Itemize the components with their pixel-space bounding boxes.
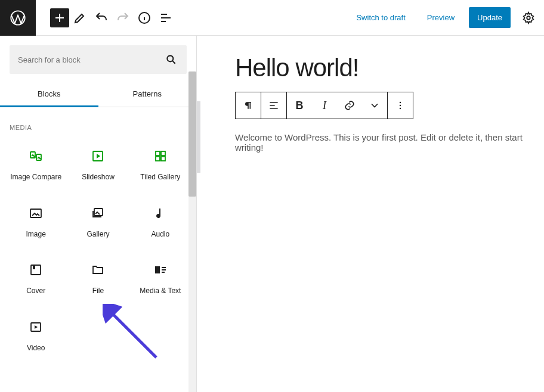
align-button[interactable] (261, 92, 286, 119)
redo-icon (116, 11, 130, 25)
search-icon (164, 52, 178, 67)
block-label: Image Compare (10, 173, 61, 182)
scrollbar-thumb[interactable] (188, 71, 196, 197)
block-audio[interactable]: Audio (129, 193, 191, 250)
wordpress-icon (10, 10, 26, 26)
svg-point-17 (400, 102, 401, 104)
chevron-down-icon (369, 99, 381, 111)
block-gallery[interactable]: Gallery (67, 193, 129, 250)
svg-point-19 (400, 108, 401, 110)
paragraph-icon (242, 99, 254, 111)
link-icon (344, 99, 356, 111)
search-input[interactable] (18, 55, 164, 64)
more-format-button[interactable] (362, 92, 387, 119)
video-icon (29, 318, 43, 337)
image-icon (29, 204, 43, 223)
block-label: Gallery (86, 230, 109, 239)
gallery-icon (91, 204, 105, 223)
block-label: Video (27, 344, 45, 353)
audio-icon (153, 204, 168, 223)
post-title[interactable]: Hello world! (235, 54, 544, 82)
file-icon (91, 260, 105, 279)
bold-button[interactable]: B (287, 92, 312, 119)
outline-button[interactable] (155, 0, 177, 36)
svg-rect-13 (31, 265, 41, 275)
more-options-button[interactable] (388, 92, 413, 119)
search-input-wrapper[interactable] (10, 45, 187, 74)
tab-patterns[interactable]: Patterns (98, 82, 197, 107)
more-vertical-icon (394, 99, 406, 111)
svg-rect-8 (161, 151, 165, 155)
block-media-text[interactable]: Media & Text (129, 250, 191, 307)
undo-icon (94, 11, 109, 25)
list-view-icon (159, 11, 173, 25)
tab-blocks[interactable]: Blocks (0, 82, 98, 107)
svg-rect-9 (156, 157, 160, 161)
plus-icon (52, 11, 67, 25)
editor-canvas: Hello world! B I (197, 36, 544, 392)
wordpress-logo-button[interactable] (0, 0, 36, 36)
block-slideshow[interactable]: Slideshow (67, 136, 129, 193)
block-label: Slideshow (82, 173, 115, 182)
svg-rect-10 (161, 157, 165, 161)
section-label-media: MEDIA (0, 107, 196, 136)
redo-button[interactable] (112, 0, 134, 36)
block-video[interactable]: Video (5, 307, 67, 364)
link-button[interactable] (337, 92, 362, 119)
switch-to-draft-button[interactable]: Switch to draft (349, 8, 412, 27)
svg-point-18 (400, 105, 401, 107)
block-label: Image (26, 230, 45, 239)
details-button[interactable] (134, 0, 155, 36)
editor-gutter (197, 101, 200, 173)
svg-rect-12 (94, 209, 103, 216)
paragraph-type-button[interactable] (236, 92, 261, 119)
italic-button[interactable]: I (312, 92, 337, 119)
svg-point-3 (167, 55, 173, 61)
block-image[interactable]: Image (5, 193, 67, 250)
gear-icon (522, 11, 535, 24)
settings-button[interactable] (518, 7, 539, 29)
info-icon (137, 11, 152, 25)
svg-rect-14 (33, 265, 35, 269)
post-paragraph[interactable]: Welcome to WordPress. This is your first… (235, 132, 544, 153)
block-inserter-sidebar: Blocks Patterns MEDIA Image Compare Slid… (0, 36, 197, 392)
image-compare-icon (29, 147, 43, 166)
undo-button[interactable] (91, 0, 112, 36)
block-cover[interactable]: Cover (5, 250, 67, 307)
pencil-icon (73, 11, 87, 25)
block-toolbar: B I (235, 92, 413, 119)
add-block-button[interactable] (50, 8, 69, 27)
preview-button[interactable]: Preview (420, 8, 462, 27)
inserter-tabs: Blocks Patterns (0, 82, 196, 107)
block-label: Cover (26, 287, 45, 296)
editor-topbar: Switch to draft Preview Update (0, 0, 544, 36)
block-label: File (92, 287, 104, 296)
svg-rect-11 (30, 209, 41, 217)
update-button[interactable]: Update (469, 7, 511, 28)
svg-rect-7 (156, 151, 160, 155)
svg-point-2 (527, 16, 530, 20)
block-file[interactable]: File (67, 250, 129, 307)
block-label: Media & Text (140, 287, 181, 296)
block-label: Tiled Gallery (140, 173, 180, 182)
block-image-compare[interactable]: Image Compare (5, 136, 67, 193)
block-tiled-gallery[interactable]: Tiled Gallery (129, 136, 191, 193)
svg-rect-15 (155, 266, 160, 273)
tiled-gallery-icon (153, 147, 168, 166)
align-left-icon (268, 99, 280, 111)
cover-icon (29, 260, 43, 279)
media-text-icon (153, 260, 168, 279)
slideshow-icon (91, 147, 105, 166)
edit-tool-button[interactable] (69, 0, 91, 36)
block-grid: Image Compare Slideshow Tiled Gallery Im… (0, 136, 196, 363)
block-label: Audio (151, 230, 169, 239)
